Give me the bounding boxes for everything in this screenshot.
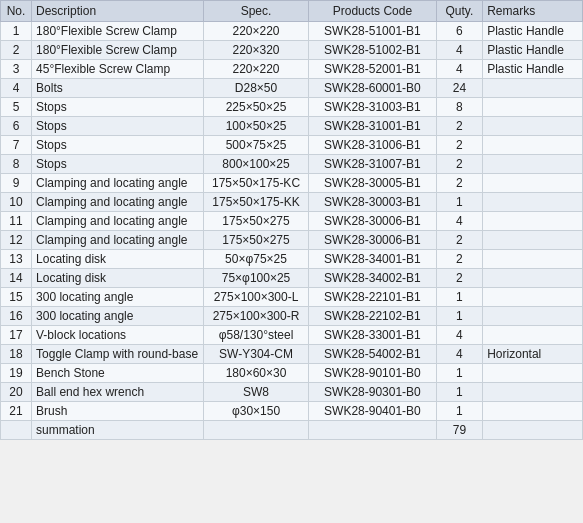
cell-remarks (483, 136, 583, 155)
cell-remarks: Plastic Handle (483, 22, 583, 41)
cell-desc: Clamping and locating angle (32, 174, 204, 193)
cell-qty: 1 (436, 383, 483, 402)
table-row: 5Stops225×50×25SWK28-31003-B18 (1, 98, 583, 117)
cell-remarks (483, 98, 583, 117)
cell-no (1, 421, 32, 440)
cell-remarks (483, 193, 583, 212)
table-row: 14Locating disk75×φ100×25SWK28-34002-B12 (1, 269, 583, 288)
cell-code: SWK28-22101-B1 (309, 288, 436, 307)
cell-qty: 2 (436, 136, 483, 155)
cell-no: 5 (1, 98, 32, 117)
cell-code: SWK28-90101-B0 (309, 364, 436, 383)
header-spec: Spec. (203, 1, 308, 22)
cell-spec: 180×60×30 (203, 364, 308, 383)
cell-code (309, 421, 436, 440)
table-row: 18Toggle Clamp with round-baseSW-Y304-CM… (1, 345, 583, 364)
cell-desc: Stops (32, 155, 204, 174)
cell-no: 2 (1, 41, 32, 60)
cell-spec: 100×50×25 (203, 117, 308, 136)
cell-qty: 4 (436, 345, 483, 364)
cell-code: SWK28-31003-B1 (309, 98, 436, 117)
cell-spec: 225×50×25 (203, 98, 308, 117)
cell-qty: 1 (436, 193, 483, 212)
cell-code: SWK28-30006-B1 (309, 231, 436, 250)
table-row: 6Stops100×50×25SWK28-31001-B12 (1, 117, 583, 136)
header-desc: Description (32, 1, 204, 22)
header-code: Products Code (309, 1, 436, 22)
cell-spec: 220×320 (203, 41, 308, 60)
cell-desc: Clamping and locating angle (32, 193, 204, 212)
table-row: 20Ball end hex wrenchSW8SWK28-90301-B01 (1, 383, 583, 402)
cell-spec: 275×100×300-R (203, 307, 308, 326)
cell-remarks (483, 212, 583, 231)
cell-qty: 2 (436, 231, 483, 250)
cell-spec: 800×100×25 (203, 155, 308, 174)
cell-code: SWK28-30006-B1 (309, 212, 436, 231)
cell-desc: Stops (32, 98, 204, 117)
table-row: 19Bench Stone180×60×30SWK28-90101-B01 (1, 364, 583, 383)
cell-remarks (483, 288, 583, 307)
cell-no: 12 (1, 231, 32, 250)
table-row: 4BoltsD28×50SWK28-60001-B024 (1, 79, 583, 98)
table-row: 13Locating disk50×φ75×25SWK28-34001-B12 (1, 250, 583, 269)
parts-table: No. Description Spec. Products Code Quty… (0, 0, 583, 440)
cell-code: SWK28-54002-B1 (309, 345, 436, 364)
cell-desc: Stops (32, 136, 204, 155)
cell-desc: summation (32, 421, 204, 440)
cell-spec: 220×220 (203, 60, 308, 79)
cell-spec: φ30×150 (203, 402, 308, 421)
table-row: summation79 (1, 421, 583, 440)
cell-qty: 2 (436, 174, 483, 193)
cell-no: 11 (1, 212, 32, 231)
cell-remarks (483, 269, 583, 288)
cell-remarks (483, 364, 583, 383)
cell-remarks (483, 383, 583, 402)
cell-remarks (483, 250, 583, 269)
cell-desc: 300 locating angle (32, 307, 204, 326)
cell-qty: 4 (436, 212, 483, 231)
cell-spec: 175×50×275 (203, 231, 308, 250)
cell-spec: SW-Y304-CM (203, 345, 308, 364)
cell-desc: 180°Flexible Screw Clamp (32, 22, 204, 41)
table-row: 21Brushφ30×150SWK28-90401-B01 (1, 402, 583, 421)
cell-code: SWK28-33001-B1 (309, 326, 436, 345)
cell-no: 19 (1, 364, 32, 383)
cell-desc: V-block locations (32, 326, 204, 345)
header-rem: Remarks (483, 1, 583, 22)
cell-code: SWK28-30003-B1 (309, 193, 436, 212)
cell-qty: 4 (436, 326, 483, 345)
cell-desc: Stops (32, 117, 204, 136)
cell-spec: 175×50×275 (203, 212, 308, 231)
cell-desc: Bolts (32, 79, 204, 98)
cell-no: 9 (1, 174, 32, 193)
table-row: 9Clamping and locating angle175×50×175-K… (1, 174, 583, 193)
cell-no: 16 (1, 307, 32, 326)
cell-qty: 1 (436, 364, 483, 383)
cell-spec: 220×220 (203, 22, 308, 41)
cell-code: SWK28-30005-B1 (309, 174, 436, 193)
cell-qty: 2 (436, 269, 483, 288)
cell-code: SWK28-31001-B1 (309, 117, 436, 136)
table-row: 2180°Flexible Screw Clamp220×320SWK28-51… (1, 41, 583, 60)
cell-remarks (483, 326, 583, 345)
header-no: No. (1, 1, 32, 22)
cell-desc: Clamping and locating angle (32, 212, 204, 231)
cell-no: 15 (1, 288, 32, 307)
table-row: 10Clamping and locating angle175×50×175-… (1, 193, 583, 212)
cell-code: SWK28-60001-B0 (309, 79, 436, 98)
main-table-container: No. Description Spec. Products Code Quty… (0, 0, 583, 440)
cell-no: 14 (1, 269, 32, 288)
cell-no: 18 (1, 345, 32, 364)
cell-remarks (483, 402, 583, 421)
cell-remarks: Horizontal (483, 345, 583, 364)
cell-remarks (483, 174, 583, 193)
table-row: 7Stops500×75×25SWK28-31006-B12 (1, 136, 583, 155)
cell-qty: 1 (436, 307, 483, 326)
cell-no: 4 (1, 79, 32, 98)
cell-desc: 300 locating angle (32, 288, 204, 307)
cell-qty: 1 (436, 288, 483, 307)
cell-remarks (483, 421, 583, 440)
cell-no: 20 (1, 383, 32, 402)
cell-qty: 79 (436, 421, 483, 440)
cell-qty: 4 (436, 41, 483, 60)
